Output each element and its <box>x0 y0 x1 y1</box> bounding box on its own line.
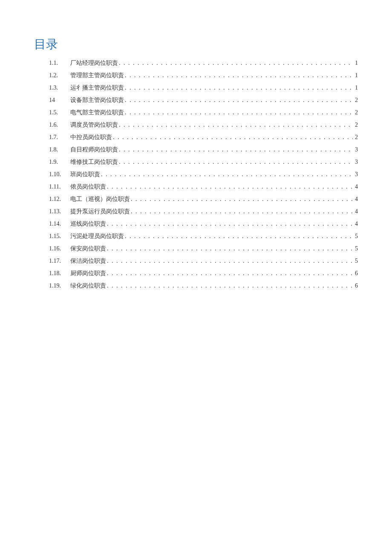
toc-label: 管理部主管岗位职责 <box>70 73 124 78</box>
toc-label: 电工（巡视）岗位职责 <box>70 196 130 202</box>
toc-label: 设备部主管岗位职责 <box>70 97 124 103</box>
toc-item[interactable]: 1.17.保洁岗位职责. . . . . . . . . . . . . . .… <box>34 258 358 264</box>
toc-number: 14 <box>49 97 70 103</box>
toc-item[interactable]: 1.10.班岗位职责 . . . . . . . . . . . . . . .… <box>34 171 358 177</box>
toc-leader-dots: . . . . . . . . . . . . . . . . . . . . … <box>118 147 353 153</box>
toc-number: 1.11. <box>49 184 70 190</box>
toc-leader-dots: . . . . . . . . . . . . . . . . . . . . … <box>124 85 353 91</box>
toc-number: 1.10. <box>49 171 70 177</box>
toc-page-number: 2 <box>353 97 358 103</box>
toc-leader-dots: . . . . . . . . . . . . . . . . . . . . … <box>130 196 353 202</box>
toc-number: 1.8. <box>49 147 70 153</box>
toc-page-number: 5 <box>353 258 358 264</box>
toc-item[interactable]: 1.14.巡线岗位职责. . . . . . . . . . . . . . .… <box>34 221 358 227</box>
toc-item[interactable]: 1.1.厂站经理岗位职责 . . . . . . . . . . . . . .… <box>34 60 358 66</box>
toc-number: 1.19. <box>49 283 70 289</box>
toc-page-number: 1 <box>353 73 358 78</box>
toc-leader-dots: . . . . . . . . . . . . . . . . . . . . … <box>112 134 353 140</box>
toc-leader-dots: . . . . . . . . . . . . . . . . . . . . … <box>106 258 353 264</box>
toc-label: 电气部主管岗位职责 <box>70 110 124 116</box>
toc-item[interactable]: 1.8.自日程师岗位职责 . . . . . . . . . . . . . .… <box>34 147 358 153</box>
toc-number: 1.14. <box>49 221 70 227</box>
toc-page-number: 4 <box>353 196 358 202</box>
toc-page-number: 1 <box>353 85 358 91</box>
toc-label: 维修技工岗位职责 <box>70 159 118 165</box>
toc-item[interactable]: 1.7.中控员岗位职责 . . . . . . . . . . . . . . … <box>34 134 358 140</box>
toc-leader-dots: . . . . . . . . . . . . . . . . . . . . … <box>100 171 353 177</box>
toc-item[interactable]: 1.15.污泥处理员岗位职责. . . . . . . . . . . . . … <box>34 233 358 239</box>
toc-number: 1.3. <box>49 85 70 91</box>
toc-item[interactable]: 1.12.电工（巡视）岗位职责. . . . . . . . . . . . .… <box>34 196 358 202</box>
toc-leader-dots: . . . . . . . . . . . . . . . . . . . . … <box>106 221 353 227</box>
toc-list: 1.1.厂站经理岗位职责 . . . . . . . . . . . . . .… <box>34 60 358 289</box>
toc-label: 保洁岗位职责 <box>70 258 106 264</box>
toc-leader-dots: . . . . . . . . . . . . . . . . . . . . … <box>124 73 353 78</box>
toc-page-number: 3 <box>353 147 358 153</box>
toc-leader-dots: . . . . . . . . . . . . . . . . . . . . … <box>118 60 353 66</box>
toc-number: 1.17. <box>49 258 70 264</box>
toc-number: 1.15. <box>49 233 70 239</box>
toc-page-number: 3 <box>353 159 358 165</box>
toc-label: 污泥处理员岗位职责 <box>70 233 124 239</box>
toc-page-number: 4 <box>353 184 358 190</box>
toc-label: 中控员岗位职责 <box>70 134 112 140</box>
toc-label: 保安岗位职责 <box>70 246 106 252</box>
toc-item[interactable]: 1.2.管理部主管岗位职责 . . . . . . . . . . . . . … <box>34 73 358 78</box>
toc-page-number: 5 <box>353 246 358 252</box>
toc-label: 厂站经理岗位职责 <box>70 60 118 66</box>
toc-leader-dots: . . . . . . . . . . . . . . . . . . . . … <box>118 122 353 128</box>
toc-number: 1.6. <box>49 122 70 128</box>
toc-item[interactable]: 1.11.侬员岗位职责. . . . . . . . . . . . . . .… <box>34 184 358 190</box>
toc-page-number: 2 <box>353 122 358 128</box>
toc-label: 绿化岗位职责 <box>70 283 106 289</box>
toc-leader-dots: . . . . . . . . . . . . . . . . . . . . … <box>130 209 353 215</box>
toc-item[interactable]: 1.18.厨师岗位职责. . . . . . . . . . . . . . .… <box>34 270 358 276</box>
toc-number: 1.9. <box>49 159 70 165</box>
toc-leader-dots: . . . . . . . . . . . . . . . . . . . . … <box>124 233 353 239</box>
toc-leader-dots: . . . . . . . . . . . . . . . . . . . . … <box>106 184 353 190</box>
toc-page-number: 2 <box>353 134 358 140</box>
toc-leader-dots: . . . . . . . . . . . . . . . . . . . . … <box>124 110 353 116</box>
toc-item[interactable]: 1.5.电气部主管岗位职责 . . . . . . . . . . . . . … <box>34 110 358 116</box>
toc-item[interactable]: 1.3.运彳播主管岗位职责 . . . . . . . . . . . . . … <box>34 85 358 91</box>
toc-number: 1.7. <box>49 134 70 140</box>
toc-leader-dots: . . . . . . . . . . . . . . . . . . . . … <box>124 97 353 103</box>
toc-leader-dots: . . . . . . . . . . . . . . . . . . . . … <box>118 159 353 165</box>
toc-item[interactable]: 14设备部主管岗位职责 . . . . . . . . . . . . . . … <box>34 97 358 103</box>
toc-item[interactable]: 1.6.调度员管岗位职责 . . . . . . . . . . . . . .… <box>34 122 358 128</box>
toc-page-number: 4 <box>353 209 358 215</box>
toc-number: 1.16. <box>49 246 70 252</box>
toc-item[interactable]: 1.16.保安岗位职责. . . . . . . . . . . . . . .… <box>34 246 358 252</box>
toc-leader-dots: . . . . . . . . . . . . . . . . . . . . … <box>106 270 353 276</box>
toc-item[interactable]: 1.19.绿化岗位职责. . . . . . . . . . . . . . .… <box>34 283 358 289</box>
toc-label: 运彳播主管岗位职责 <box>70 85 124 91</box>
toc-page-number: 2 <box>353 110 358 116</box>
toc-item[interactable]: 1.9.维修技工岗位职责 . . . . . . . . . . . . . .… <box>34 159 358 165</box>
toc-number: 1.1. <box>49 60 70 66</box>
toc-leader-dots: . . . . . . . . . . . . . . . . . . . . … <box>106 283 353 289</box>
toc-number: 1.18. <box>49 270 70 276</box>
toc-label: 巡线岗位职责 <box>70 221 106 227</box>
toc-label: 调度员管岗位职责 <box>70 122 118 128</box>
toc-leader-dots: . . . . . . . . . . . . . . . . . . . . … <box>106 246 353 252</box>
toc-number: 1.13. <box>49 209 70 215</box>
toc-label: 厨师岗位职责 <box>70 270 106 276</box>
toc-page-number: 6 <box>353 283 358 289</box>
toc-number: 1.2. <box>49 73 70 78</box>
toc-page-number: 1 <box>353 60 358 66</box>
toc-number: 1.12. <box>49 196 70 202</box>
toc-title: 目录 <box>34 36 358 52</box>
toc-number: 1.5. <box>49 110 70 116</box>
toc-page-number: 5 <box>353 233 358 239</box>
toc-label: 班岗位职责 <box>70 171 100 177</box>
toc-label: 自日程师岗位职责 <box>70 147 118 153</box>
toc-page-number: 3 <box>353 171 358 177</box>
toc-page-number: 6 <box>353 270 358 276</box>
toc-item[interactable]: 1.13.提升泵运行员岗位职责. . . . . . . . . . . . .… <box>34 209 358 215</box>
toc-label: 提升泵运行员岗位职责 <box>70 209 130 215</box>
toc-label: 侬员岗位职责 <box>70 184 106 190</box>
toc-page-number: 4 <box>353 221 358 227</box>
